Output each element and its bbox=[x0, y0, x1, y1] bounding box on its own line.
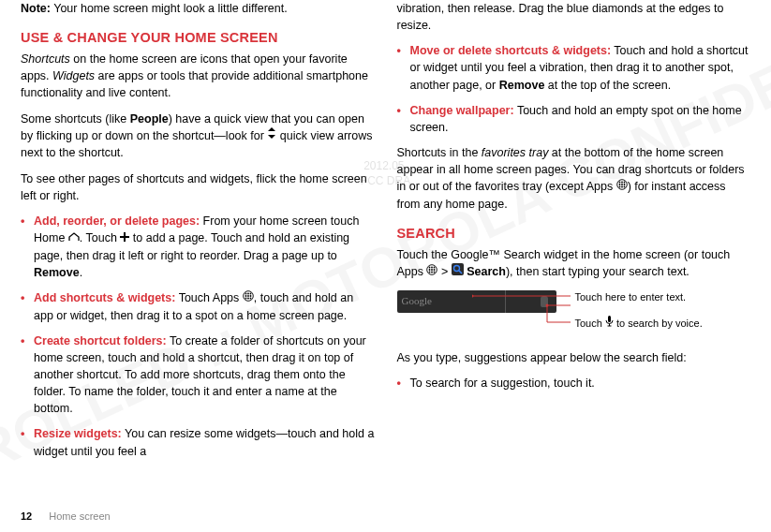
svg-point-22 bbox=[432, 266, 434, 268]
microphone-icon[interactable] bbox=[541, 296, 548, 307]
search-para-2: As you type, suggestions appear below th… bbox=[397, 349, 751, 366]
svg-point-15 bbox=[621, 184, 623, 185]
callout-enter-text: Touch here to enter text. bbox=[575, 290, 703, 305]
note-label: Note: bbox=[21, 2, 51, 15]
favorites-tray-term: favorites tray bbox=[482, 146, 549, 159]
footer-section: Home screen bbox=[49, 510, 110, 525]
svg-point-7 bbox=[245, 297, 246, 299]
apps-icon bbox=[426, 263, 437, 280]
li-add-shortcuts-title: Add shortcuts & widgets: bbox=[34, 291, 175, 304]
list-item: Create shortcut folders: To create a fol… bbox=[21, 332, 375, 418]
li-move-delete-title: Move or delete shortcuts & widgets: bbox=[410, 44, 612, 57]
callout-voice-search: Touch to search by voice. bbox=[575, 317, 703, 332]
list-item: Add, reorder, or delete pages: From your… bbox=[21, 213, 375, 281]
page-number: 12 bbox=[21, 510, 32, 525]
svg-point-28 bbox=[432, 271, 434, 273]
li-folders-title: Create shortcut folders: bbox=[34, 334, 167, 347]
svg-point-8 bbox=[247, 297, 249, 299]
shortcuts-term: Shortcuts bbox=[21, 52, 70, 66]
svg-point-2 bbox=[247, 292, 249, 294]
quickview-arrows-icon bbox=[267, 126, 276, 143]
svg-point-4 bbox=[245, 295, 246, 297]
home-para-1: Shortcuts on the home screen are icons t… bbox=[21, 51, 375, 101]
svg-point-11 bbox=[618, 181, 620, 183]
search-para-1: Touch the Google™ Search widget in the h… bbox=[397, 246, 751, 281]
svg-point-12 bbox=[621, 181, 623, 183]
home-para-3: To see other pages of shortcuts and widg… bbox=[21, 170, 375, 204]
svg-point-1 bbox=[245, 292, 246, 294]
note-text: Your home screen might look a little dif… bbox=[53, 2, 287, 15]
widgets-term: Widgets bbox=[52, 69, 95, 82]
search-widget-figure: Google Touch here to enter text. Touch t… bbox=[397, 290, 751, 332]
li-touch-suggestion: To search for a suggestion, touch it. bbox=[410, 377, 595, 390]
svg-point-13 bbox=[623, 181, 625, 183]
svg-point-23 bbox=[434, 266, 436, 268]
svg-point-24 bbox=[429, 269, 431, 271]
list-item: To search for a suggestion, touch it. bbox=[397, 375, 751, 392]
google-search-bar[interactable]: Google bbox=[397, 290, 556, 313]
list-item: Add shortcuts & widgets: Touch Apps , to… bbox=[21, 289, 375, 324]
svg-point-18 bbox=[621, 185, 623, 187]
svg-point-14 bbox=[618, 184, 620, 185]
remove-label-2: Remove bbox=[499, 79, 545, 92]
svg-point-16 bbox=[623, 184, 625, 185]
microphone-icon bbox=[605, 316, 614, 332]
svg-point-29 bbox=[434, 271, 436, 273]
svg-point-3 bbox=[249, 292, 251, 294]
li-resize-title: Resize widgets: bbox=[34, 427, 122, 440]
plus-icon bbox=[120, 229, 129, 246]
li-wallpaper-title: Change wallpaper: bbox=[410, 104, 514, 117]
svg-point-27 bbox=[429, 271, 431, 273]
list-item: Resize widgets: You can resize some widg… bbox=[21, 425, 375, 459]
left-column: Note: Your home screen might look a litt… bbox=[9, 0, 386, 468]
people-label: People bbox=[130, 112, 169, 126]
svg-point-17 bbox=[618, 185, 620, 187]
search-app-label: Search bbox=[467, 265, 506, 278]
right-column: vibration, then release. Drag the blue d… bbox=[386, 0, 763, 468]
list-item: Change wallpaper: Touch and hold an empt… bbox=[397, 102, 751, 136]
page-footer: 12 Home screen bbox=[21, 510, 111, 525]
google-logo: Google bbox=[402, 294, 432, 309]
search-app-icon bbox=[452, 263, 464, 280]
apps-icon bbox=[243, 289, 254, 306]
apps-icon bbox=[616, 178, 628, 195]
svg-point-19 bbox=[623, 185, 625, 187]
svg-point-21 bbox=[429, 266, 431, 268]
favorites-tray-para: Shortcuts in the favorites tray at the b… bbox=[397, 144, 751, 213]
home-para-2: Some shortcuts (like People) have a quic… bbox=[21, 111, 375, 162]
section-title-search: SEARCH bbox=[397, 224, 751, 244]
svg-point-25 bbox=[432, 269, 434, 271]
svg-point-5 bbox=[247, 295, 249, 297]
svg-point-9 bbox=[249, 297, 251, 299]
search-bar-divider bbox=[505, 290, 506, 313]
section-title-home: USE & CHANGE YOUR HOME SCREEN bbox=[21, 28, 375, 48]
home-icon bbox=[68, 229, 80, 246]
remove-label: Remove bbox=[34, 266, 80, 279]
list-item: Move or delete shortcuts & widgets: Touc… bbox=[397, 42, 751, 93]
svg-rect-39 bbox=[608, 316, 611, 322]
resize-continuation: vibration, then release. Drag the blue d… bbox=[397, 0, 751, 34]
svg-point-6 bbox=[249, 295, 251, 297]
svg-point-26 bbox=[434, 269, 436, 271]
note-line: Note: Your home screen might look a litt… bbox=[21, 0, 375, 17]
li-add-pages-title: Add, reorder, or delete pages: bbox=[34, 214, 200, 228]
